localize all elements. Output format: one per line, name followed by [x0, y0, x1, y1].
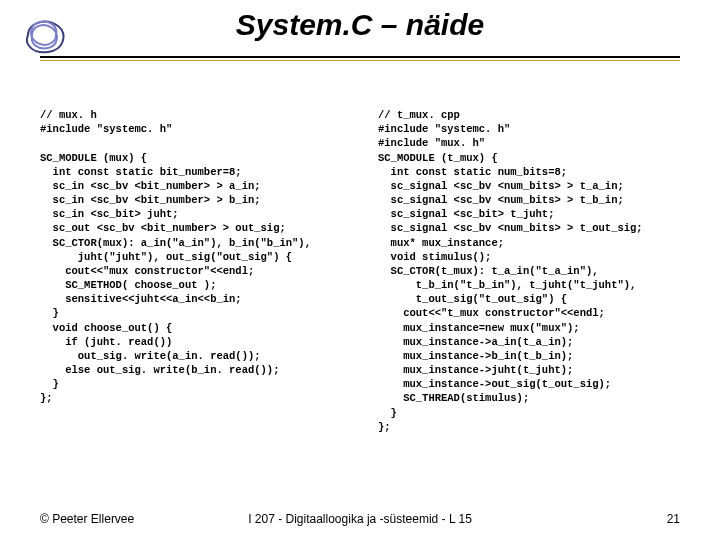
code-block-right: // t_mux. cpp #include "systemc. h" #inc… [378, 108, 698, 434]
code-block-left: // mux. h #include "systemc. h" SC_MODUL… [40, 108, 350, 406]
footer-course-info: I 207 - Digitaalloogika ja -süsteemid - … [0, 512, 720, 526]
footer-page-number: 21 [667, 512, 680, 526]
title-underline [40, 56, 680, 58]
slide-title: System.C – näide [0, 8, 720, 42]
title-accent-line [40, 60, 680, 61]
slide: System.C – näide // mux. h #include "sys… [0, 0, 720, 540]
